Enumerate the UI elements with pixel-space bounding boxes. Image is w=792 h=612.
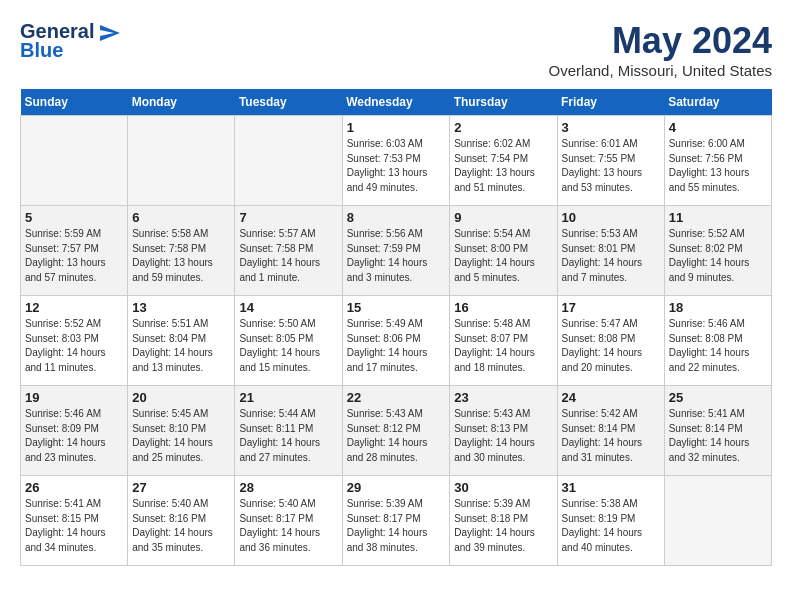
day-number: 31: [562, 480, 660, 495]
day-number: 13: [132, 300, 230, 315]
empty-cell: [235, 116, 342, 206]
weekday-header-row: SundayMondayTuesdayWednesdayThursdayFrid…: [21, 89, 772, 116]
day-number: 24: [562, 390, 660, 405]
day-info: Sunrise: 5:52 AM Sunset: 8:03 PM Dayligh…: [25, 317, 123, 375]
day-info: Sunrise: 5:44 AM Sunset: 8:11 PM Dayligh…: [239, 407, 337, 465]
logo-arrow-icon: [100, 25, 120, 41]
day-cell-12: 12Sunrise: 5:52 AM Sunset: 8:03 PM Dayli…: [21, 296, 128, 386]
week-row-2: 5Sunrise: 5:59 AM Sunset: 7:57 PM Daylig…: [21, 206, 772, 296]
day-cell-11: 11Sunrise: 5:52 AM Sunset: 8:02 PM Dayli…: [664, 206, 771, 296]
day-number: 21: [239, 390, 337, 405]
logo-blue: Blue: [20, 39, 63, 62]
empty-cell: [664, 476, 771, 566]
day-cell-14: 14Sunrise: 5:50 AM Sunset: 8:05 PM Dayli…: [235, 296, 342, 386]
day-cell-20: 20Sunrise: 5:45 AM Sunset: 8:10 PM Dayli…: [128, 386, 235, 476]
day-number: 3: [562, 120, 660, 135]
day-cell-16: 16Sunrise: 5:48 AM Sunset: 8:07 PM Dayli…: [450, 296, 557, 386]
day-number: 29: [347, 480, 446, 495]
day-number: 9: [454, 210, 552, 225]
week-row-5: 26Sunrise: 5:41 AM Sunset: 8:15 PM Dayli…: [21, 476, 772, 566]
day-info: Sunrise: 5:54 AM Sunset: 8:00 PM Dayligh…: [454, 227, 552, 285]
day-info: Sunrise: 5:42 AM Sunset: 8:14 PM Dayligh…: [562, 407, 660, 465]
weekday-header-wednesday: Wednesday: [342, 89, 450, 116]
logo: General Blue: [20, 20, 120, 62]
day-info: Sunrise: 5:49 AM Sunset: 8:06 PM Dayligh…: [347, 317, 446, 375]
weekday-header-saturday: Saturday: [664, 89, 771, 116]
empty-cell: [128, 116, 235, 206]
day-cell-23: 23Sunrise: 5:43 AM Sunset: 8:13 PM Dayli…: [450, 386, 557, 476]
day-number: 14: [239, 300, 337, 315]
day-cell-19: 19Sunrise: 5:46 AM Sunset: 8:09 PM Dayli…: [21, 386, 128, 476]
day-number: 23: [454, 390, 552, 405]
day-cell-6: 6Sunrise: 5:58 AM Sunset: 7:58 PM Daylig…: [128, 206, 235, 296]
day-number: 1: [347, 120, 446, 135]
day-cell-31: 31Sunrise: 5:38 AM Sunset: 8:19 PM Dayli…: [557, 476, 664, 566]
day-info: Sunrise: 6:03 AM Sunset: 7:53 PM Dayligh…: [347, 137, 446, 195]
day-cell-18: 18Sunrise: 5:46 AM Sunset: 8:08 PM Dayli…: [664, 296, 771, 386]
week-row-4: 19Sunrise: 5:46 AM Sunset: 8:09 PM Dayli…: [21, 386, 772, 476]
day-number: 5: [25, 210, 123, 225]
day-cell-25: 25Sunrise: 5:41 AM Sunset: 8:14 PM Dayli…: [664, 386, 771, 476]
location: Overland, Missouri, United States: [549, 62, 772, 79]
day-info: Sunrise: 5:59 AM Sunset: 7:57 PM Dayligh…: [25, 227, 123, 285]
day-number: 28: [239, 480, 337, 495]
day-number: 30: [454, 480, 552, 495]
day-info: Sunrise: 5:50 AM Sunset: 8:05 PM Dayligh…: [239, 317, 337, 375]
day-number: 12: [25, 300, 123, 315]
day-cell-29: 29Sunrise: 5:39 AM Sunset: 8:17 PM Dayli…: [342, 476, 450, 566]
day-number: 17: [562, 300, 660, 315]
day-info: Sunrise: 5:53 AM Sunset: 8:01 PM Dayligh…: [562, 227, 660, 285]
weekday-header-tuesday: Tuesday: [235, 89, 342, 116]
day-info: Sunrise: 5:41 AM Sunset: 8:14 PM Dayligh…: [669, 407, 767, 465]
day-info: Sunrise: 5:58 AM Sunset: 7:58 PM Dayligh…: [132, 227, 230, 285]
day-number: 6: [132, 210, 230, 225]
day-info: Sunrise: 5:52 AM Sunset: 8:02 PM Dayligh…: [669, 227, 767, 285]
day-info: Sunrise: 5:56 AM Sunset: 7:59 PM Dayligh…: [347, 227, 446, 285]
day-cell-3: 3Sunrise: 6:01 AM Sunset: 7:55 PM Daylig…: [557, 116, 664, 206]
week-row-1: 1Sunrise: 6:03 AM Sunset: 7:53 PM Daylig…: [21, 116, 772, 206]
day-number: 2: [454, 120, 552, 135]
day-cell-4: 4Sunrise: 6:00 AM Sunset: 7:56 PM Daylig…: [664, 116, 771, 206]
day-cell-13: 13Sunrise: 5:51 AM Sunset: 8:04 PM Dayli…: [128, 296, 235, 386]
day-info: Sunrise: 6:01 AM Sunset: 7:55 PM Dayligh…: [562, 137, 660, 195]
day-info: Sunrise: 6:00 AM Sunset: 7:56 PM Dayligh…: [669, 137, 767, 195]
weekday-header-thursday: Thursday: [450, 89, 557, 116]
day-number: 26: [25, 480, 123, 495]
day-cell-7: 7Sunrise: 5:57 AM Sunset: 7:58 PM Daylig…: [235, 206, 342, 296]
day-info: Sunrise: 5:46 AM Sunset: 8:08 PM Dayligh…: [669, 317, 767, 375]
day-info: Sunrise: 5:40 AM Sunset: 8:16 PM Dayligh…: [132, 497, 230, 555]
day-number: 18: [669, 300, 767, 315]
day-info: Sunrise: 5:40 AM Sunset: 8:17 PM Dayligh…: [239, 497, 337, 555]
day-cell-30: 30Sunrise: 5:39 AM Sunset: 8:18 PM Dayli…: [450, 476, 557, 566]
day-info: Sunrise: 5:41 AM Sunset: 8:15 PM Dayligh…: [25, 497, 123, 555]
title-section: May 2024 Overland, Missouri, United Stat…: [549, 20, 772, 79]
day-cell-9: 9Sunrise: 5:54 AM Sunset: 8:00 PM Daylig…: [450, 206, 557, 296]
day-cell-15: 15Sunrise: 5:49 AM Sunset: 8:06 PM Dayli…: [342, 296, 450, 386]
calendar: SundayMondayTuesdayWednesdayThursdayFrid…: [20, 89, 772, 566]
day-cell-22: 22Sunrise: 5:43 AM Sunset: 8:12 PM Dayli…: [342, 386, 450, 476]
day-cell-2: 2Sunrise: 6:02 AM Sunset: 7:54 PM Daylig…: [450, 116, 557, 206]
day-number: 8: [347, 210, 446, 225]
weekday-header-sunday: Sunday: [21, 89, 128, 116]
day-number: 15: [347, 300, 446, 315]
day-info: Sunrise: 6:02 AM Sunset: 7:54 PM Dayligh…: [454, 137, 552, 195]
svg-marker-0: [100, 25, 120, 41]
header: General Blue May 2024 Overland, Missouri…: [20, 20, 772, 79]
day-info: Sunrise: 5:39 AM Sunset: 8:18 PM Dayligh…: [454, 497, 552, 555]
day-cell-5: 5Sunrise: 5:59 AM Sunset: 7:57 PM Daylig…: [21, 206, 128, 296]
weekday-header-monday: Monday: [128, 89, 235, 116]
day-cell-24: 24Sunrise: 5:42 AM Sunset: 8:14 PM Dayli…: [557, 386, 664, 476]
day-number: 20: [132, 390, 230, 405]
day-cell-10: 10Sunrise: 5:53 AM Sunset: 8:01 PM Dayli…: [557, 206, 664, 296]
week-row-3: 12Sunrise: 5:52 AM Sunset: 8:03 PM Dayli…: [21, 296, 772, 386]
day-cell-28: 28Sunrise: 5:40 AM Sunset: 8:17 PM Dayli…: [235, 476, 342, 566]
day-number: 25: [669, 390, 767, 405]
day-info: Sunrise: 5:57 AM Sunset: 7:58 PM Dayligh…: [239, 227, 337, 285]
day-number: 19: [25, 390, 123, 405]
day-cell-1: 1Sunrise: 6:03 AM Sunset: 7:53 PM Daylig…: [342, 116, 450, 206]
day-number: 4: [669, 120, 767, 135]
day-number: 27: [132, 480, 230, 495]
day-cell-8: 8Sunrise: 5:56 AM Sunset: 7:59 PM Daylig…: [342, 206, 450, 296]
day-number: 16: [454, 300, 552, 315]
weekday-header-friday: Friday: [557, 89, 664, 116]
